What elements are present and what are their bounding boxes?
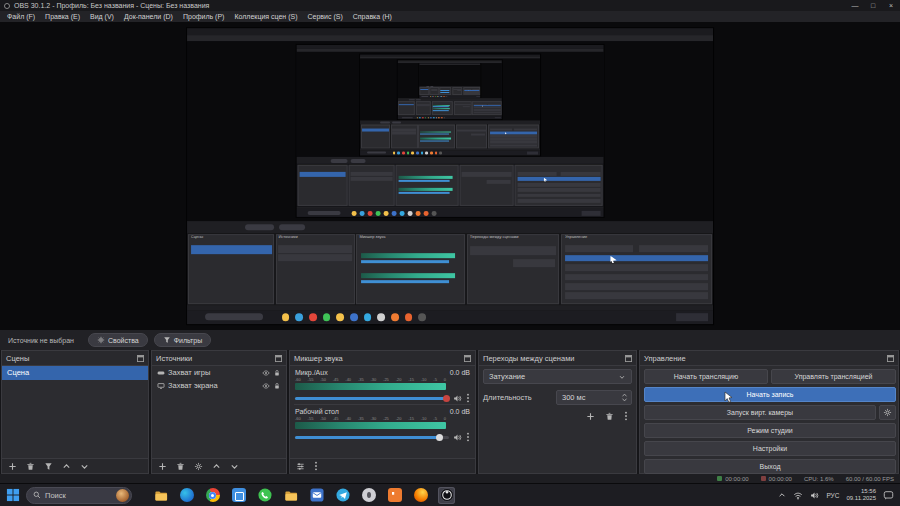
start-recording-button[interactable]: Начать запись (644, 387, 896, 402)
duration-row: Длительность 300 мс (483, 390, 632, 405)
move-source-down-icon[interactable] (230, 462, 239, 471)
explorer-icon[interactable] (152, 487, 169, 504)
search-input[interactable]: Поиск (26, 487, 132, 504)
add-source-icon[interactable] (158, 462, 167, 471)
whatsapp-icon[interactable] (256, 487, 273, 504)
app-icon-blue[interactable] (230, 487, 247, 504)
visibility-icon[interactable] (262, 369, 270, 377)
transitions-panel: Переходы между сценами Затухание Длитель… (478, 350, 637, 474)
properties-button[interactable]: Свойства (88, 333, 148, 347)
notifications-icon[interactable] (883, 490, 894, 501)
divider (294, 404, 471, 405)
virtual-camera-settings-button[interactable] (879, 405, 896, 420)
dock-menu-icon[interactable] (887, 355, 894, 362)
hidden-icons-chevron-icon[interactable] (778, 491, 786, 499)
menu-view[interactable]: Вид (V) (85, 13, 119, 20)
remove-source-icon[interactable] (176, 462, 185, 471)
scene-item[interactable]: Сцена (2, 366, 148, 380)
start-button-icon[interactable] (6, 488, 20, 502)
volume-slider[interactable] (295, 397, 449, 400)
preview-area[interactable]: СценыИсточникиМикшер звукаПереходы между… (0, 22, 900, 330)
move-scene-down-icon[interactable] (80, 462, 89, 471)
add-scene-icon[interactable] (8, 462, 17, 471)
stream-timer: 00:00:00 (717, 476, 748, 482)
slider-handle[interactable] (443, 395, 450, 402)
source-item-game-capture[interactable]: Захват игры (152, 366, 286, 379)
chevron-down-icon (618, 373, 626, 381)
system-tray: РУС 15:56 09.11.2025 (778, 488, 894, 503)
filters-button[interactable]: Фильтры (154, 333, 212, 347)
search-avatar[interactable] (116, 489, 129, 502)
mute-icon[interactable] (453, 394, 462, 403)
source-properties-icon[interactable] (194, 462, 203, 471)
duration-spinbox[interactable]: 300 мс (556, 390, 632, 405)
lock-icon[interactable] (273, 382, 281, 390)
menu-docks[interactable]: Док-панели (D) (119, 13, 178, 20)
obs-taskbar-icon[interactable] (438, 487, 455, 504)
manage-stream-button[interactable]: Управлять трансляцией (771, 369, 896, 384)
firefox-icon[interactable] (412, 487, 429, 504)
visibility-icon[interactable] (262, 382, 270, 390)
duration-label: Длительность (483, 393, 532, 402)
lock-icon[interactable] (273, 369, 281, 377)
exit-button[interactable]: Выход (644, 459, 896, 474)
minimize-button[interactable]: — (846, 0, 864, 11)
start-virtual-camera-button[interactable]: Запуск вирт. камеры (644, 405, 876, 420)
sources-panel: Источники Захват игры Захват экрана (151, 350, 287, 474)
menu-edit[interactable]: Правка (E) (40, 13, 85, 20)
maximize-button[interactable]: □ (864, 0, 882, 11)
dock-menu-icon[interactable] (137, 355, 144, 362)
transition-properties-icon[interactable] (624, 411, 628, 421)
app-icon-orange-grid[interactable] (386, 487, 403, 504)
source-name: Захват игры (168, 368, 210, 377)
mixer-panel-header: Микшер звука (290, 351, 475, 366)
mixer-menu-icon[interactable] (314, 461, 318, 471)
channel-menu-icon[interactable] (466, 393, 470, 403)
scenes-panel: Сцены Сцена (1, 350, 149, 474)
menu-tools[interactable]: Сервис (S) (303, 13, 348, 20)
dock-menu-icon[interactable] (625, 355, 632, 362)
title-bar: OBS 30.1.2 - Профиль: Без названия - Сце… (0, 0, 900, 11)
menu-scene-collection[interactable]: Коллекция сцен (S) (229, 13, 302, 20)
source-item-display-capture[interactable]: Захват экрана (152, 379, 286, 392)
folder-icon[interactable] (282, 487, 299, 504)
dock-menu-icon[interactable] (275, 355, 282, 362)
channel-menu-icon[interactable] (466, 432, 470, 442)
studio-mode-button[interactable]: Режим студии (644, 423, 896, 438)
move-source-up-icon[interactable] (212, 462, 221, 471)
menu-file[interactable]: Файл (F) (2, 13, 40, 20)
mute-icon[interactable] (453, 433, 462, 442)
menu-profile[interactable]: Профиль (P) (178, 13, 230, 20)
add-transition-icon[interactable] (586, 412, 595, 421)
transition-select[interactable]: Затухание (483, 369, 632, 384)
volume-icon[interactable] (810, 491, 819, 500)
chrome-icon[interactable] (204, 487, 221, 504)
language-indicator[interactable]: РУС (826, 492, 839, 499)
settings-button[interactable]: Настройки (644, 441, 896, 456)
start-streaming-button[interactable]: Начать трансляцию (644, 369, 768, 384)
slider-handle[interactable] (436, 434, 443, 441)
close-button[interactable]: × (882, 0, 900, 11)
remove-scene-icon[interactable] (26, 462, 35, 471)
audio-meter (295, 383, 446, 390)
network-icon[interactable] (793, 491, 803, 500)
app-icon-light[interactable] (360, 487, 377, 504)
channel-level: 0.0 dB (450, 368, 470, 377)
scenes-panel-header: Сцены (2, 351, 148, 366)
dock-menu-icon[interactable] (464, 355, 471, 362)
spin-down-icon[interactable] (621, 398, 628, 402)
telegram-icon[interactable] (334, 487, 351, 504)
scene-filters-icon[interactable] (44, 462, 53, 471)
edge-icon[interactable] (178, 487, 195, 504)
menu-help[interactable]: Справка (H) (348, 13, 397, 20)
advanced-audio-icon[interactable] (296, 462, 305, 471)
move-scene-up-icon[interactable] (62, 462, 71, 471)
spin-up-icon[interactable] (621, 393, 628, 397)
properties-label: Свойства (108, 337, 139, 344)
volume-slider[interactable] (295, 436, 449, 439)
record-timer: 00:00:00 (761, 476, 792, 482)
scenes-panel-title: Сцены (6, 354, 29, 363)
mail-icon[interactable] (308, 487, 325, 504)
clock[interactable]: 15:56 09.11.2025 (846, 488, 876, 503)
remove-transition-icon[interactable] (605, 412, 614, 421)
